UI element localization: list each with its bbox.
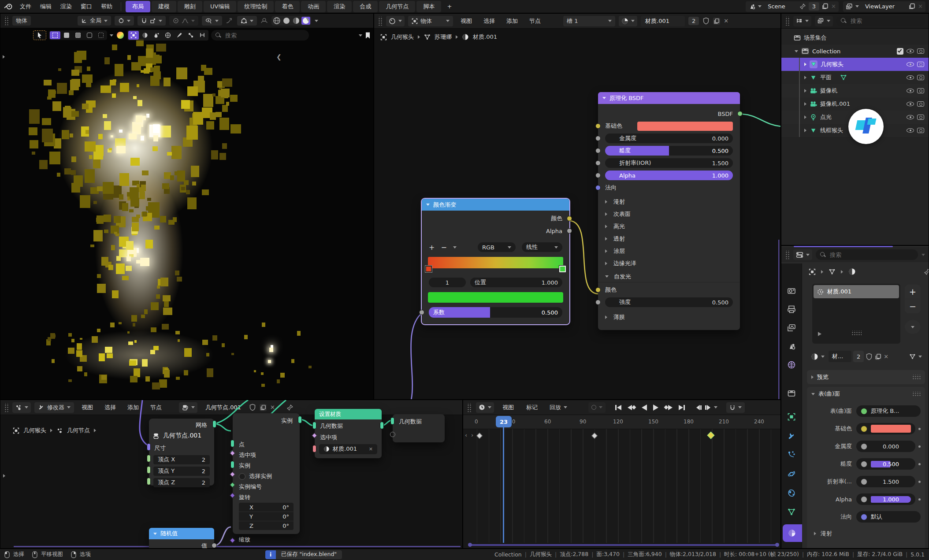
scene-name[interactable]: Scene [764,3,797,10]
ramp-factor-slider[interactable]: 系数0.500 [429,307,562,318]
ramp-tools-dropdown-icon[interactable] [453,246,457,248]
section-expand-icon[interactable] [605,249,607,253]
material-slot-selector[interactable]: 槽 1 [563,16,615,26]
header-grip[interactable] [4,16,9,25]
orientation-selector[interactable]: 全局 [78,16,111,26]
step-back-button[interactable] [696,405,702,410]
hide-eye-icon[interactable] [907,62,914,67]
timeline-scrollbar[interactable] [469,544,778,546]
outliner-filter[interactable] [815,16,833,26]
node-tree-name[interactable]: 几何节点.001 [201,404,245,412]
ramp-position-field[interactable]: 位置1.000 [470,278,562,287]
rotation-z-field[interactable]: Z0° [239,521,294,530]
ramp-add-stop-button[interactable]: + [429,243,435,252]
duplicate-icon[interactable] [260,404,267,411]
bsdf-metallic-slider[interactable]: 金属度0.000 [605,134,733,143]
grid-vertices-y-field[interactable]: 顶点 Y2 [153,467,210,476]
select-tool-button[interactable] [33,30,46,40]
pick-instance-toggle[interactable] [239,473,245,480]
prop-section-diffuse[interactable]: 漫射 [807,530,925,538]
tab-compositing[interactable]: 合成 [353,1,378,12]
socket-base-color-input[interactable] [595,123,601,129]
step-forward-button[interactable] [705,405,710,410]
tab-world[interactable] [787,360,796,369]
socket-points-input[interactable] [230,440,234,447]
select-circle-button[interactable] [73,31,83,39]
setmat-material-field[interactable]: 材质.001 ✕ [319,444,377,454]
tab-collection[interactable] [787,389,796,398]
bsdf-base-color-swatch[interactable] [637,122,733,131]
ramp-interpolation-selector[interactable]: 线性 [522,242,562,252]
bsdf-section-coat[interactable]: 涂层 [613,247,625,255]
unlink-material-icon[interactable]: ✕ [884,353,888,360]
panel-preview[interactable]: 预览 [807,370,925,384]
socket-bsdf-output[interactable] [737,111,743,116]
next-keyframe-button[interactable] [665,405,673,410]
chevron-down-icon[interactable] [758,5,762,7]
clear-material-icon[interactable]: ✕ [369,446,373,452]
geo-menu-view[interactable]: 视图 [78,402,97,413]
prev-keyframe-button[interactable] [628,405,635,410]
sidebar-collapse-icon[interactable]: ❮ [276,53,282,60]
options-dropdown-icon[interactable] [922,254,925,256]
shader-context-selector[interactable]: 物体 [408,16,453,26]
animate-dot[interactable] [918,445,921,448]
header-grip[interactable] [785,17,790,26]
outliner-search[interactable] [836,16,925,26]
normal-field[interactable]: 默认 [856,511,921,523]
properties-search[interactable] [816,249,918,260]
remove-viewlayer-icon[interactable]: ✕ [918,3,923,10]
disable-render-icon[interactable] [917,62,924,67]
hide-eye-icon[interactable] [907,102,914,106]
slot-add-button[interactable]: + [905,285,921,299]
rotation-x-field[interactable]: X0° [239,503,294,512]
outliner-row-scene-collection[interactable]: 场景集合 [781,31,929,45]
select-lasso-button[interactable] [84,31,95,39]
bsdf-ior-slider[interactable]: 折射率(IOR)1.500 [605,158,733,168]
socket-alpha-output[interactable] [567,228,572,234]
section-expand-icon[interactable] [605,237,607,241]
disable-render-icon[interactable] [917,101,924,107]
tab-scripting[interactable]: 脚本 [416,1,441,12]
tab-shading[interactable]: 着色 [275,1,300,12]
animate-dot[interactable] [918,481,921,483]
socket-color-output[interactable] [567,216,572,221]
socket-emission-color-input[interactable] [595,287,601,293]
socket-size-input[interactable] [147,443,151,451]
panel-grip[interactable] [912,375,921,380]
transform-arrow-icon[interactable] [226,17,234,24]
material-name-field[interactable]: 材... [829,351,851,362]
asset-shelf-dropdown-icon[interactable] [359,34,362,37]
pin-icon[interactable] [799,3,806,10]
info-icon[interactable]: i [265,550,276,559]
tab-modeling[interactable]: 建模 [152,1,176,12]
breadcrumb-material[interactable]: 材质.001 [473,33,497,41]
outliner-row-camera[interactable]: 摄像机 [781,84,929,97]
geo-menu-add[interactable]: 添加 [123,402,143,413]
slot-brush-button[interactable] [174,31,185,40]
slot-specials-icon[interactable] [818,332,821,336]
duplicate-icon[interactable] [822,3,829,10]
header-grip[interactable] [467,403,472,412]
base-color-field[interactable] [856,423,915,434]
socket-material-input[interactable] [312,445,316,452]
jump-to-start-button[interactable] [615,405,621,410]
socket-virtual-input[interactable] [390,432,395,437]
viewport-search[interactable] [211,30,309,41]
playhead-line[interactable] [503,426,504,543]
material-users-count[interactable]: 2 [688,17,699,25]
tab-animation[interactable]: 动画 [301,1,326,12]
shield-icon[interactable] [702,17,710,25]
duplicate-icon[interactable] [713,18,720,25]
play-reverse-button[interactable] [642,404,647,411]
socket-vertices-y-input[interactable] [147,466,151,474]
outliner-search-input[interactable] [850,17,921,25]
timeline-menu-playback[interactable]: 回放 [546,402,571,413]
bsdf-emission-strength-slider[interactable]: 强度0.500 [605,297,733,307]
socket-mesh-output[interactable] [212,420,216,428]
unlink-scene-icon[interactable]: ✕ [831,3,836,10]
ramp-gradient-bar[interactable] [428,257,563,268]
hide-eye-icon[interactable] [907,115,914,119]
scrollbar-handle-left[interactable] [468,543,472,547]
tab-scene[interactable] [787,342,796,351]
